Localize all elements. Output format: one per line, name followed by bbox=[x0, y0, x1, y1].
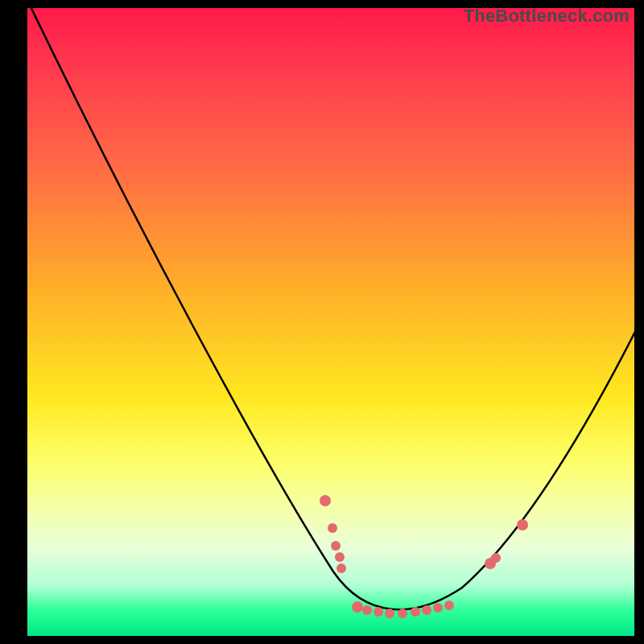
data-point bbox=[336, 564, 346, 573]
data-point bbox=[517, 519, 528, 530]
data-point bbox=[374, 607, 383, 617]
data-point bbox=[398, 609, 407, 618]
bottleneck-curve-svg bbox=[27, 8, 634, 636]
data-point bbox=[320, 495, 331, 506]
data-point bbox=[362, 605, 372, 615]
data-point bbox=[433, 603, 443, 613]
data-point bbox=[422, 605, 431, 615]
watermark-label: TheBottleneck.com bbox=[464, 6, 630, 27]
data-point bbox=[331, 541, 341, 551]
data-point bbox=[444, 601, 454, 610]
bottleneck-curve-path bbox=[27, 8, 634, 609]
chart-frame: TheBottleneck.com bbox=[27, 8, 634, 636]
data-point bbox=[335, 552, 345, 562]
data-point bbox=[328, 523, 337, 533]
data-point bbox=[352, 601, 363, 613]
data-point bbox=[491, 553, 501, 563]
data-points-group bbox=[320, 495, 528, 618]
data-point bbox=[411, 607, 420, 617]
data-point bbox=[385, 609, 394, 618]
